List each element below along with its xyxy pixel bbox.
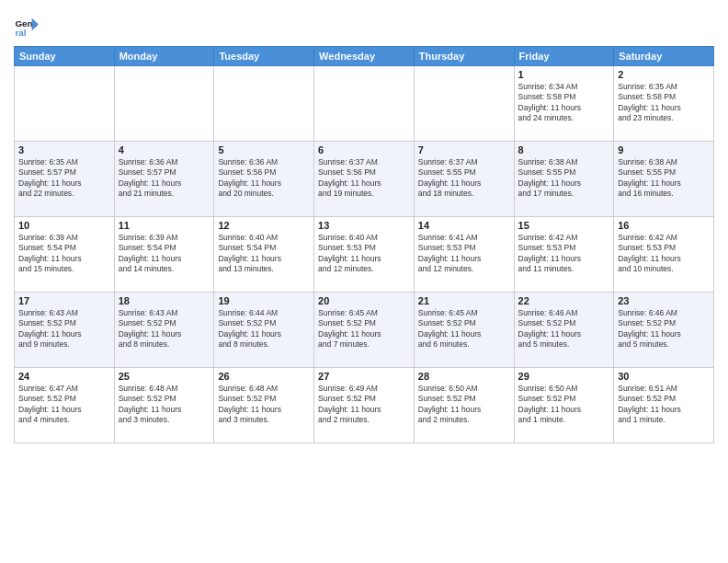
calendar-cell: 27Sunrise: 6:49 AM Sunset: 5:52 PM Dayli… bbox=[314, 368, 415, 443]
day-number: 3 bbox=[18, 144, 110, 155]
logo-icon: Gene ral bbox=[14, 13, 40, 39]
day-info: Sunrise: 6:46 AM Sunset: 5:52 PM Dayligh… bbox=[618, 308, 710, 350]
day-info: Sunrise: 6:43 AM Sunset: 5:52 PM Dayligh… bbox=[119, 308, 210, 350]
calendar-week-2: 10Sunrise: 6:39 AM Sunset: 5:54 PM Dayli… bbox=[15, 217, 714, 293]
day-info: Sunrise: 6:49 AM Sunset: 5:52 PM Dayligh… bbox=[318, 384, 410, 426]
day-number: 25 bbox=[119, 371, 210, 382]
day-number: 21 bbox=[418, 295, 510, 306]
day-info: Sunrise: 6:38 AM Sunset: 5:55 PM Dayligh… bbox=[518, 157, 610, 200]
day-info: Sunrise: 6:45 AM Sunset: 5:52 PM Dayligh… bbox=[418, 308, 510, 350]
day-info: Sunrise: 6:40 AM Sunset: 5:53 PM Dayligh… bbox=[318, 233, 410, 275]
day-info: Sunrise: 6:40 AM Sunset: 5:54 PM Dayligh… bbox=[218, 233, 310, 275]
calendar-cell bbox=[414, 66, 514, 142]
day-info: Sunrise: 6:48 AM Sunset: 5:52 PM Dayligh… bbox=[119, 384, 210, 426]
col-header-tuesday: Tuesday bbox=[214, 47, 314, 66]
col-header-wednesday: Wednesday bbox=[314, 47, 415, 66]
calendar-cell: 9Sunrise: 6:38 AM Sunset: 5:55 PM Daylig… bbox=[614, 142, 714, 217]
calendar-cell: 26Sunrise: 6:48 AM Sunset: 5:52 PM Dayli… bbox=[214, 368, 314, 443]
calendar-cell bbox=[114, 66, 214, 142]
day-number: 26 bbox=[218, 371, 310, 382]
day-info: Sunrise: 6:44 AM Sunset: 5:52 PM Dayligh… bbox=[218, 308, 310, 350]
calendar-cell: 21Sunrise: 6:45 AM Sunset: 5:52 PM Dayli… bbox=[414, 293, 514, 368]
day-number: 7 bbox=[418, 144, 510, 155]
day-info: Sunrise: 6:35 AM Sunset: 5:57 PM Dayligh… bbox=[18, 157, 110, 200]
day-info: Sunrise: 6:37 AM Sunset: 5:56 PM Dayligh… bbox=[318, 157, 410, 200]
calendar-cell: 30Sunrise: 6:51 AM Sunset: 5:52 PM Dayli… bbox=[614, 368, 714, 443]
calendar-cell: 29Sunrise: 6:50 AM Sunset: 5:52 PM Dayli… bbox=[514, 368, 614, 443]
day-info: Sunrise: 6:39 AM Sunset: 5:54 PM Dayligh… bbox=[18, 233, 110, 275]
calendar-week-0: 1Sunrise: 6:34 AM Sunset: 5:58 PM Daylig… bbox=[15, 66, 714, 142]
day-info: Sunrise: 6:51 AM Sunset: 5:52 PM Dayligh… bbox=[618, 384, 710, 426]
calendar-cell: 13Sunrise: 6:40 AM Sunset: 5:53 PM Dayli… bbox=[314, 217, 415, 293]
calendar-cell: 24Sunrise: 6:47 AM Sunset: 5:52 PM Dayli… bbox=[15, 368, 115, 443]
day-number: 10 bbox=[18, 220, 110, 231]
day-info: Sunrise: 6:42 AM Sunset: 5:53 PM Dayligh… bbox=[618, 233, 710, 275]
calendar-cell bbox=[314, 66, 415, 142]
calendar-cell: 12Sunrise: 6:40 AM Sunset: 5:54 PM Dayli… bbox=[214, 217, 314, 293]
day-number: 19 bbox=[218, 295, 310, 306]
day-number: 28 bbox=[418, 371, 510, 382]
calendar-cell: 25Sunrise: 6:48 AM Sunset: 5:52 PM Dayli… bbox=[114, 368, 214, 443]
calendar: SundayMondayTuesdayWednesdayThursdayFrid… bbox=[14, 46, 714, 443]
day-info: Sunrise: 6:50 AM Sunset: 5:52 PM Dayligh… bbox=[518, 384, 610, 426]
calendar-week-4: 24Sunrise: 6:47 AM Sunset: 5:52 PM Dayli… bbox=[15, 368, 714, 443]
calendar-cell: 18Sunrise: 6:43 AM Sunset: 5:52 PM Dayli… bbox=[114, 293, 214, 368]
day-info: Sunrise: 6:46 AM Sunset: 5:52 PM Dayligh… bbox=[518, 308, 610, 350]
day-number: 2 bbox=[618, 69, 710, 80]
day-info: Sunrise: 6:34 AM Sunset: 5:58 PM Dayligh… bbox=[518, 82, 610, 124]
day-number: 17 bbox=[18, 295, 110, 306]
calendar-cell: 28Sunrise: 6:50 AM Sunset: 5:52 PM Dayli… bbox=[414, 368, 514, 443]
calendar-cell: 10Sunrise: 6:39 AM Sunset: 5:54 PM Dayli… bbox=[15, 217, 115, 293]
header: Gene ral bbox=[14, 9, 714, 39]
day-info: Sunrise: 6:38 AM Sunset: 5:55 PM Dayligh… bbox=[618, 157, 710, 200]
calendar-cell: 2Sunrise: 6:35 AM Sunset: 5:58 PM Daylig… bbox=[614, 66, 714, 142]
calendar-cell: 14Sunrise: 6:41 AM Sunset: 5:53 PM Dayli… bbox=[414, 217, 514, 293]
calendar-week-3: 17Sunrise: 6:43 AM Sunset: 5:52 PM Dayli… bbox=[15, 293, 714, 368]
day-number: 27 bbox=[318, 371, 410, 382]
calendar-cell bbox=[15, 66, 115, 142]
calendar-cell: 11Sunrise: 6:39 AM Sunset: 5:54 PM Dayli… bbox=[114, 217, 214, 293]
day-number: 13 bbox=[318, 220, 410, 231]
day-info: Sunrise: 6:39 AM Sunset: 5:54 PM Dayligh… bbox=[119, 233, 210, 275]
day-info: Sunrise: 6:47 AM Sunset: 5:52 PM Dayligh… bbox=[18, 384, 110, 426]
calendar-cell bbox=[214, 66, 314, 142]
day-number: 11 bbox=[119, 220, 210, 231]
day-number: 15 bbox=[518, 220, 610, 231]
day-number: 14 bbox=[418, 220, 510, 231]
day-info: Sunrise: 6:50 AM Sunset: 5:52 PM Dayligh… bbox=[418, 384, 510, 426]
day-number: 6 bbox=[318, 144, 410, 155]
day-info: Sunrise: 6:43 AM Sunset: 5:52 PM Dayligh… bbox=[18, 308, 110, 350]
day-info: Sunrise: 6:42 AM Sunset: 5:53 PM Dayligh… bbox=[518, 233, 610, 275]
page: Gene ral SundayMondayTuesdayWednesdayThu… bbox=[0, 0, 728, 563]
calendar-cell: 23Sunrise: 6:46 AM Sunset: 5:52 PM Dayli… bbox=[614, 293, 714, 368]
day-number: 4 bbox=[119, 144, 210, 155]
calendar-cell: 5Sunrise: 6:36 AM Sunset: 5:56 PM Daylig… bbox=[214, 142, 314, 217]
day-number: 29 bbox=[518, 371, 610, 382]
day-info: Sunrise: 6:36 AM Sunset: 5:56 PM Dayligh… bbox=[218, 157, 310, 200]
col-header-thursday: Thursday bbox=[414, 47, 514, 66]
day-number: 5 bbox=[218, 144, 310, 155]
col-header-friday: Friday bbox=[514, 47, 614, 66]
day-info: Sunrise: 6:37 AM Sunset: 5:55 PM Dayligh… bbox=[418, 157, 510, 200]
day-number: 23 bbox=[618, 295, 710, 306]
calendar-cell: 8Sunrise: 6:38 AM Sunset: 5:55 PM Daylig… bbox=[514, 142, 614, 217]
day-number: 9 bbox=[618, 144, 710, 155]
calendar-cell: 15Sunrise: 6:42 AM Sunset: 5:53 PM Dayli… bbox=[514, 217, 614, 293]
day-number: 18 bbox=[119, 295, 210, 306]
day-number: 16 bbox=[618, 220, 710, 231]
day-number: 30 bbox=[618, 371, 710, 382]
day-info: Sunrise: 6:48 AM Sunset: 5:52 PM Dayligh… bbox=[218, 384, 310, 426]
day-info: Sunrise: 6:45 AM Sunset: 5:52 PM Dayligh… bbox=[318, 308, 410, 350]
calendar-cell: 3Sunrise: 6:35 AM Sunset: 5:57 PM Daylig… bbox=[15, 142, 115, 217]
col-header-saturday: Saturday bbox=[614, 47, 714, 66]
calendar-week-1: 3Sunrise: 6:35 AM Sunset: 5:57 PM Daylig… bbox=[15, 142, 714, 217]
col-header-sunday: Sunday bbox=[15, 47, 115, 66]
col-header-monday: Monday bbox=[114, 47, 214, 66]
day-info: Sunrise: 6:36 AM Sunset: 5:57 PM Dayligh… bbox=[119, 157, 210, 200]
calendar-cell: 17Sunrise: 6:43 AM Sunset: 5:52 PM Dayli… bbox=[15, 293, 115, 368]
calendar-cell: 1Sunrise: 6:34 AM Sunset: 5:58 PM Daylig… bbox=[514, 66, 614, 142]
day-number: 22 bbox=[518, 295, 610, 306]
calendar-cell: 19Sunrise: 6:44 AM Sunset: 5:52 PM Dayli… bbox=[214, 293, 314, 368]
logo: Gene ral bbox=[14, 13, 43, 39]
calendar-cell: 22Sunrise: 6:46 AM Sunset: 5:52 PM Dayli… bbox=[514, 293, 614, 368]
